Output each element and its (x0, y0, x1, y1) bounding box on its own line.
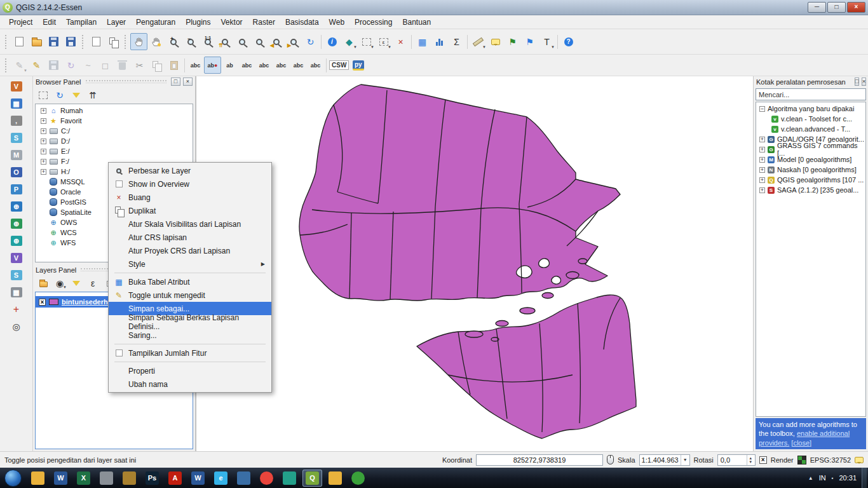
label-diagram-button[interactable]: ab (221, 57, 238, 74)
labeling-options-button[interactable]: ab● (204, 57, 221, 74)
menu-plugins[interactable]: Plugins (180, 16, 215, 29)
menu-tampilan[interactable]: Tampilan (61, 16, 102, 29)
taskbar-item-app-10[interactable] (234, 470, 254, 487)
composer-manager-button[interactable] (105, 33, 122, 50)
menu-web[interactable]: Web (324, 16, 349, 29)
taskbar-item-internet-explorer[interactable]: e (211, 470, 231, 487)
taskbar-item-excel[interactable]: X (74, 470, 93, 487)
menu-open-attribute-table[interactable]: ▦Buka Tabel Atribut (109, 275, 271, 288)
map-tips-button[interactable] (487, 33, 504, 50)
toolbar-grip[interactable] (5, 58, 8, 72)
menu-set-scale-visibility[interactable]: Atur Skala Visibilitas dari Lapisan (109, 217, 271, 231)
maximize-button[interactable]: □ (827, 2, 846, 13)
add-postgis-layer-button[interactable]: P (7, 181, 26, 198)
close-panel-button[interactable]: × (183, 78, 193, 86)
identify-features-button[interactable]: i (323, 33, 341, 50)
zoom-to-selection-button[interactable] (233, 33, 250, 50)
menu-show-in-overview[interactable]: Show in Overview (109, 177, 271, 191)
refresh-browser-button[interactable]: ↻ (53, 89, 67, 102)
map-canvas[interactable] (196, 76, 753, 451)
add-oracle-layer-button[interactable]: O (7, 164, 26, 180)
filter-legend-button[interactable] (69, 277, 83, 290)
menu-zoom-to-layer[interactable]: Perbesar ke Layer (109, 164, 271, 177)
zoom-last-button[interactable]: ◀ (268, 33, 285, 50)
processing-group-script[interactable]: +NNaskah [0 geoalgorithms] (756, 165, 865, 175)
open-project-button[interactable] (28, 33, 45, 50)
statistical-summary-button[interactable] (431, 33, 448, 50)
processing-group-qgis[interactable]: +QQGIS geoalgorithms [107 ... (756, 175, 865, 185)
select-features-button[interactable]: ▼ (358, 33, 375, 50)
add-spatialite-layer-button[interactable]: S (7, 130, 26, 146)
show-desktop-button[interactable] (862, 468, 867, 488)
minimize-button[interactable]: ─ (808, 2, 826, 13)
taskbar-item-explorer[interactable] (28, 470, 48, 487)
close-button[interactable]: × (847, 2, 865, 13)
taskbar-item-qgis-active[interactable]: Q (302, 470, 322, 487)
processing-panel-header[interactable]: Kotak peralatan pemrosesan □ × (754, 76, 868, 87)
menu-basisdata[interactable]: Basisdata (280, 16, 324, 29)
processing-alg-vclean[interactable]: vv.clean - Toolset for c... (756, 114, 865, 124)
add-delimited-text-layer-button[interactable]: , (7, 112, 26, 129)
clock[interactable]: 20:31 (839, 474, 857, 482)
add-vector-layer-button[interactable]: V (7, 78, 26, 95)
add-group-button[interactable] (36, 277, 50, 290)
zoom-native-button[interactable]: 1:1 (199, 33, 216, 50)
menu-set-layer-crs[interactable]: Atur CRS lapisan (109, 231, 271, 244)
scale-combo[interactable]: 1:1.404.963▼ (639, 454, 690, 466)
spinner-arrows-icon[interactable]: ▲▼ (747, 455, 754, 465)
move-label-button[interactable]: abc (273, 57, 290, 74)
menu-edit[interactable]: Edit (37, 16, 61, 29)
float-panel-button[interactable]: □ (171, 78, 180, 86)
log-messages-button[interactable] (855, 457, 864, 463)
new-memory-layer-button[interactable]: ▦ (7, 284, 26, 301)
taskbar-item-app-5[interactable] (119, 470, 139, 487)
toolbar-grip[interactable] (82, 35, 85, 49)
browser-item-drive-e[interactable]: +E:/ (36, 146, 193, 156)
layer-visibility-checkbox[interactable]: × (39, 299, 46, 306)
processing-group-saga[interactable]: +SSAGA (2.1.2) [235 geoal... (756, 185, 865, 195)
menu-remove-layer[interactable]: ×Buang (109, 191, 271, 204)
menu-save-as-layer-definition[interactable]: Simpan Sebagai Berkas Lapisan Definisi..… (109, 315, 271, 329)
float-panel-button[interactable]: □ (855, 78, 859, 86)
add-wms-layer-button[interactable]: ⊕ (7, 198, 26, 215)
taskbar-item-app-15[interactable] (348, 470, 368, 487)
osm-place-search-button[interactable]: ◎ (7, 318, 26, 335)
taskbar-item-explorer-2[interactable] (325, 470, 345, 487)
zoom-to-layer-button[interactable] (250, 33, 268, 50)
new-spatialite-layer-button[interactable]: S (7, 267, 26, 283)
menu-project[interactable]: Project (4, 16, 37, 29)
filter-browser-button[interactable] (69, 89, 83, 102)
menu-pengaturan[interactable]: Pengaturan (131, 16, 180, 29)
change-label-button[interactable]: abc (307, 57, 324, 74)
menu-bantuan[interactable]: Bantuan (397, 16, 436, 29)
toolbar-grip[interactable] (5, 35, 8, 49)
python-console-button[interactable]: py (349, 57, 367, 74)
toolbar-grip[interactable] (125, 35, 128, 49)
run-feature-action-button[interactable]: ◆▼ (341, 33, 358, 50)
taskbar-item-photoshop[interactable]: Ps (142, 470, 162, 487)
menu-processing[interactable]: Processing (349, 16, 397, 29)
menu-show-feature-count[interactable]: Tampilkan Jumlah Fitur (109, 346, 271, 360)
menu-properties[interactable]: Properti (109, 364, 271, 377)
close-panel-button[interactable]: × (862, 78, 866, 86)
taskbar-item-acrobat[interactable]: A (165, 470, 185, 487)
processing-group-grass[interactable]: +GGRASS GIS 7 commands [... (756, 144, 865, 154)
taskbar-item-app-4[interactable] (97, 470, 116, 487)
new-bookmark-button[interactable]: ⚑ (504, 33, 521, 50)
processing-group-model[interactable]: +MModel [0 geoalgorithms] (756, 154, 865, 165)
add-selected-layers-button[interactable] (36, 89, 50, 102)
measure-button[interactable]: ▼ (470, 33, 487, 50)
menu-set-project-crs[interactable]: Atur Proyek CRS dari Lapisan (109, 244, 271, 257)
taskbar-item-word-2[interactable]: W (188, 470, 208, 487)
refresh-map-button[interactable]: ↻ (302, 33, 319, 50)
browser-item-favorit[interactable]: +★Favorit (36, 116, 193, 126)
delete-selected-button[interactable] (114, 57, 131, 74)
filter-by-expression-button[interactable]: ε (86, 277, 100, 290)
coordinate-input[interactable] (476, 454, 603, 466)
close-info-link[interactable]: [close] (791, 439, 811, 447)
menu-toggle-editing[interactable]: ✎Toggle untuk mengedit (109, 288, 271, 302)
tray-icon[interactable]: ▪ (832, 475, 834, 481)
add-wfs-layer-button[interactable]: ⊕ (7, 233, 26, 249)
simplify-feature-button[interactable]: ~ (79, 57, 97, 74)
save-layer-edits-button[interactable] (45, 57, 62, 74)
